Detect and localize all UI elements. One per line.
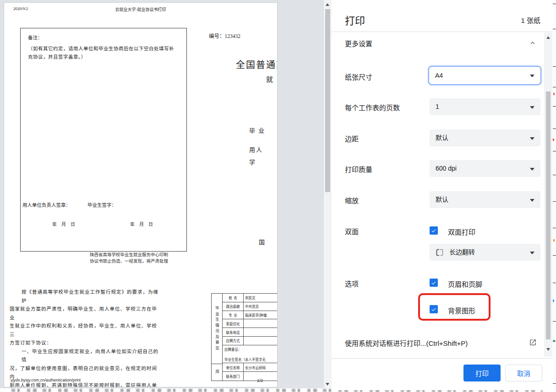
footer-divider <box>332 358 552 359</box>
table-vertical-headers: 毕业生情况及意见 用 <box>212 294 223 381</box>
doc-header-title: 云就业大学-就业协议书打印 <box>4 6 277 12</box>
duplex-checkbox-label[interactable]: 双面打印 <box>448 227 475 236</box>
headers-footers-checkbox-label[interactable]: 页眉和页脚 <box>448 279 482 289</box>
table-cell-value: 临床医学(肿瘤 <box>244 311 278 319</box>
duplex-mode-value: 长边翻转 <box>449 244 475 261</box>
margins-label: 边距 <box>345 134 359 143</box>
remarks-box: 备注： （如有其它约定，请用人单位和毕业生协商后在以下空白处填写补充协议，并且签… <box>20 28 187 252</box>
side-label-employer: 用人 <box>249 145 263 154</box>
table-cell-value: 宋凯文 <box>244 294 278 302</box>
table-row: 姓 名 宋凯文 <box>223 294 278 302</box>
graduate-signature-note: 毕业生签名（本人不签字无 <box>224 357 266 362</box>
duplex-checkbox[interactable] <box>430 226 438 235</box>
opinion-label: 应聘意见： <box>224 347 242 352</box>
agreement-title-clipped: 全国普通高 <box>236 58 278 71</box>
graduate-sign-label: 毕业生签字： <box>87 201 116 208</box>
scroll-down-arrow-icon[interactable] <box>326 383 329 386</box>
pages-per-sheet-value: 1 <box>436 103 439 110</box>
table-row: 家庭住址 <box>223 319 278 328</box>
doc-footer-url: yjydx.bysjy.com.cn/authentication/print <box>11 378 81 382</box>
table-cell-label: 专 业 <box>223 311 244 319</box>
table-cell-label: 家庭住址 <box>223 319 244 328</box>
margins-value: 默认 <box>436 134 448 141</box>
scroll-down-arrow-icon[interactable] <box>546 348 550 351</box>
options-label: 选项 <box>345 279 359 288</box>
table-cell-label: 姓 名 <box>223 294 244 302</box>
table-cell-label: 单位名称 <box>223 363 244 371</box>
caret-down-icon <box>530 106 534 109</box>
table-row: 专 业 临床医学(肿瘤 <box>223 311 278 320</box>
agreement-subtitle-clipped: 就 <box>266 74 273 84</box>
pages-per-sheet-label: 每个工作表的页数 <box>345 102 400 112</box>
print-quality-label: 打印质量 <box>345 164 372 174</box>
long-edge-flip-icon <box>436 248 444 257</box>
table-cell-value: 中共党员 <box>244 302 278 311</box>
headers-footers-checkbox[interactable] <box>430 279 438 287</box>
dialog-title: 打印 <box>345 12 365 27</box>
paper-size-value: A4 <box>435 72 443 79</box>
graduate-info-table: 毕业生情况及意见 用 姓 名 宋凯文 政治面貌 中共党员 专 业 临床医学(肿瘤 <box>211 293 278 381</box>
sheet-count: 1 张纸 <box>521 15 540 25</box>
print-button[interactable]: 打印 <box>463 365 501 381</box>
table-opinion-cell: 应聘意见： 毕业生签名（本人不签字无 <box>223 345 278 364</box>
red-highlight-annotation <box>418 293 491 321</box>
forgery-warning-note: 协议书禁止伪造、一经发现，将严肃处理 <box>90 258 168 264</box>
duplex-mode-select[interactable]: 长边翻转 <box>430 244 540 261</box>
table-row: 联系部门 <box>223 372 278 381</box>
check-icon <box>431 227 437 234</box>
settings-scrollbar-thumb[interactable] <box>546 91 551 339</box>
background-page-edge <box>552 0 556 392</box>
open-in-new-icon[interactable] <box>529 338 537 348</box>
table-row: 应聘方式 <box>223 337 278 345</box>
date-fields-left: 年 月 日 <box>52 220 75 227</box>
system-dialog-link[interactable]: 使用系统对话框进行打印...(Ctrl+Shift+P) <box>345 338 468 348</box>
scroll-up-arrow-icon[interactable] <box>546 36 550 39</box>
chevron-up-icon[interactable] <box>529 39 537 49</box>
preview-scrollbar[interactable] <box>324 0 332 388</box>
para-line: 国家就业方案的严肃性，明确毕业生、用人单位、学校三方在毕业 <box>10 305 161 322</box>
table-rows: 姓 名 宋凯文 政治面貌 中共党员 专 业 临床医学(肿瘤 家庭住址 <box>223 294 278 381</box>
chrome-print-dialog: 2020/9/2 云就业大学-就业协议书打印 备注： （如有其它约定，请用人单位… <box>0 0 556 392</box>
scale-select[interactable]: 默认 <box>430 191 540 208</box>
remarks-title: 备注： <box>28 34 43 41</box>
caret-down-icon <box>530 75 534 77</box>
side-label-country: 国 <box>259 237 266 246</box>
table-cell-label: 政治面貌 <box>223 302 244 311</box>
table-cell-label: 应聘方式 <box>223 337 244 345</box>
margins-select[interactable]: 默认 <box>430 129 540 146</box>
remarks-body: （如有其它约定，请用人单位和毕业生协商后在以下空白处填写补充协议，并且签字盖章。… <box>28 45 177 61</box>
caret-down-icon <box>530 168 534 171</box>
pages-per-sheet-select[interactable]: 1 <box>430 98 540 115</box>
duplex-label: 双面 <box>345 226 359 236</box>
caret-down-icon <box>530 199 534 202</box>
scale-label: 缩放 <box>345 195 359 205</box>
cancel-button[interactable]: 取消 <box>505 365 542 381</box>
table-cell-label: 联系部门 <box>223 372 244 381</box>
table-cell-label: 联系电话 <box>223 328 244 336</box>
caret-down-icon <box>530 252 534 254</box>
preview-scrollbar-thumb[interactable] <box>325 9 330 192</box>
doc-page-number: 1/2 <box>257 378 263 383</box>
table-row: 联系电话 <box>223 328 278 337</box>
preview-page: 2020/9/2 云就业大学-就业协议书打印 备注： （如有其它约定，请用人单位… <box>4 2 278 387</box>
print-preview-area: 2020/9/2 云就业大学-就业协议书打印 备注： （如有其它约定，请用人单位… <box>0 0 324 388</box>
print-quality-select[interactable]: 600 dpi <box>430 160 540 177</box>
paper-size-label: 纸张尺寸 <box>345 72 372 81</box>
print-center-note: 陕西省高等学校毕业生就业服务中心印制 <box>90 251 168 258</box>
employer-sign-label: 用人单位负责人签章： <box>22 201 71 208</box>
settings-scrollbar[interactable] <box>544 32 552 357</box>
table-section1-header: 毕业生情况及意见 <box>212 294 222 364</box>
scroll-up-arrow-icon[interactable] <box>326 3 329 6</box>
table-cell-value <box>244 328 278 336</box>
date-fields-right: 年 月 日 <box>130 220 153 227</box>
para-line: 按《普通高等学校毕业生就业工作暂行规定》的要求，为维护 <box>10 288 161 305</box>
caret-down-icon <box>530 137 534 140</box>
table-cell-value <box>244 319 278 328</box>
table-cell-value: 长沙市云研网 <box>244 363 278 371</box>
paper-size-select[interactable]: A4 <box>428 66 541 85</box>
background-page-lines <box>553 4 556 4</box>
side-label-school: 学 <box>249 157 256 166</box>
table-section2-header: 用 <box>212 364 222 381</box>
more-settings-label[interactable]: 更多设置 <box>345 38 372 48</box>
scale-value: 默认 <box>436 196 448 203</box>
